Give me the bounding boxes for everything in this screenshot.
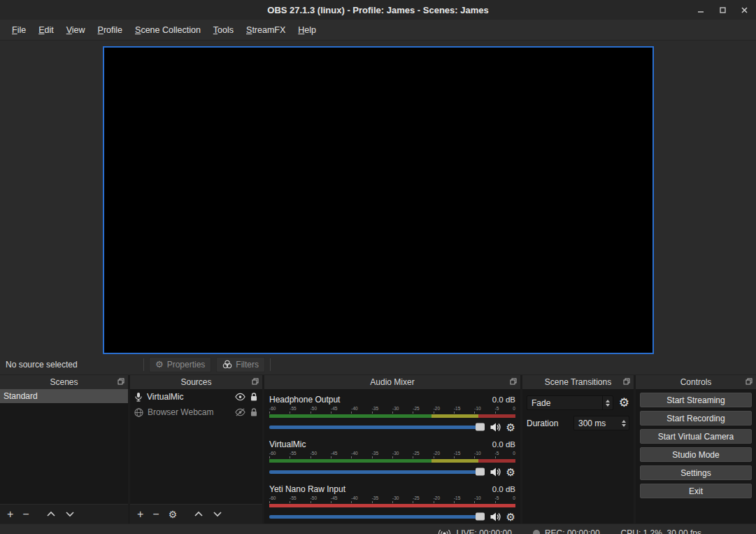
lock-icon[interactable] (250, 408, 258, 417)
audio-mixer-panel: Audio Mixer Headphone Output 0.0 dB -60-… (264, 375, 520, 524)
meter-tick-label: -20 (434, 495, 440, 501)
popout-icon[interactable] (510, 378, 517, 385)
meter-tick-label: -35 (372, 495, 378, 501)
meter-tick-label: 0 (513, 495, 515, 501)
toolbar-separator (143, 358, 144, 371)
settings-button[interactable]: Settings (640, 465, 752, 480)
meter-tick-label: -50 (311, 495, 317, 501)
move-scene-up-icon[interactable] (46, 511, 56, 517)
speaker-icon[interactable] (490, 422, 501, 433)
slider-handle[interactable] (476, 513, 485, 521)
meter-tickmarks (269, 412, 515, 414)
rec-status: REC: 00:00:00 (533, 528, 600, 534)
menu-item-profile[interactable]: Profile (92, 20, 129, 40)
channel-settings-icon[interactable]: ⚙ (506, 512, 515, 522)
channel-settings-icon[interactable]: ⚙ (506, 467, 515, 477)
meter-tickmarks (269, 456, 515, 458)
menu-item-streamfx[interactable]: StreamFX (240, 20, 292, 40)
menu-item-view[interactable]: View (60, 20, 92, 40)
preview-canvas[interactable] (103, 46, 654, 354)
dock-area: Scenes Standard + − Sou (0, 375, 756, 524)
minimize-icon[interactable] (696, 5, 706, 15)
speaker-icon[interactable] (490, 512, 501, 522)
mixer-channel-headphone-output: Headphone Output 0.0 dB -60-55-50-45-40-… (264, 389, 520, 434)
meter-tick-label: -5 (495, 450, 499, 456)
start-streaming-button[interactable]: Start Streaming (640, 393, 752, 407)
spinbox-arrows-icon[interactable] (619, 420, 629, 427)
combo-spinner-icon[interactable] (602, 396, 613, 409)
meter-tick-label: -50 (311, 405, 317, 412)
meter-tick-label: -40 (351, 450, 357, 456)
speaker-icon[interactable] (490, 467, 501, 477)
start-recording-button[interactable]: Start Recording (640, 411, 752, 426)
sources-toolbar: + − ⚙ (130, 504, 262, 524)
gear-icon: ⚙ (155, 360, 164, 369)
live-time: LIVE: 00:00:00 (456, 528, 511, 534)
remove-source-icon[interactable]: − (152, 509, 159, 520)
properties-button[interactable]: ⚙ Properties (149, 357, 211, 372)
volume-slider[interactable] (269, 426, 485, 429)
popout-icon[interactable] (117, 378, 124, 385)
meter-tick-label: -40 (351, 405, 357, 412)
slider-handle[interactable] (476, 468, 485, 476)
menu-item-file[interactable]: File (6, 20, 32, 40)
move-source-up-icon[interactable] (194, 511, 204, 517)
source-properties-icon[interactable]: ⚙ (169, 510, 178, 519)
add-source-icon[interactable]: + (137, 509, 143, 520)
meter-scale: -60-55-50-45-40-35-30-25-20-15-10-50 (269, 405, 515, 412)
popout-icon[interactable] (623, 378, 630, 385)
menu-item-tools[interactable]: Tools (207, 20, 240, 40)
channel-level: 0.0 dB (492, 395, 515, 404)
studio-mode-button[interactable]: Studio Mode (640, 447, 752, 462)
duration-spinbox[interactable]: 300 ms (573, 416, 629, 430)
slider-handle[interactable] (476, 423, 485, 431)
close-icon[interactable] (739, 5, 749, 15)
source-row-virtualmic[interactable]: VirtualMic (130, 389, 262, 405)
scenes-panel-title: Scenes (50, 377, 78, 387)
lock-icon[interactable] (250, 393, 258, 402)
volume-slider[interactable] (269, 470, 485, 474)
remove-scene-icon[interactable]: − (22, 509, 29, 520)
transition-settings-icon[interactable]: ⚙ (619, 397, 629, 409)
transition-select[interactable]: Fade (527, 395, 613, 410)
menu-item-edit[interactable]: Edit (32, 20, 60, 40)
window-buttons (696, 0, 749, 20)
rec-time: REC: 00:00:00 (545, 528, 600, 534)
meter-tick-label: -45 (331, 495, 337, 501)
popout-icon[interactable] (746, 378, 753, 385)
meter-scale: -60-55-50-45-40-35-30-25-20-15-10-50 (269, 495, 515, 501)
add-scene-icon[interactable]: + (7, 509, 13, 520)
menu-item-scene-collection[interactable]: Scene Collection (129, 20, 207, 40)
move-source-down-icon[interactable] (213, 511, 222, 517)
scene-item-standard[interactable]: Standard (0, 389, 128, 403)
filters-button[interactable]: Filters (216, 357, 265, 372)
scene-transitions-body: Fade ⚙ Duration 300 ms (522, 389, 634, 524)
popout-icon[interactable] (252, 378, 259, 385)
start-virtual-camera-button[interactable]: Start Virtual Camera (640, 429, 752, 444)
controls-body: Start Streaming Start Recording Start Vi… (636, 389, 756, 524)
source-row-browser-webcam[interactable]: Browser Webcam (130, 405, 262, 420)
channel-settings-icon[interactable]: ⚙ (506, 422, 515, 433)
obs-window: OBS 27.1.3 (linux) - Profile: James - Sc… (0, 0, 756, 534)
maximize-icon[interactable] (718, 5, 727, 15)
source-name: Browser Webcam (148, 407, 231, 417)
menu-item-help[interactable]: Help (292, 20, 322, 40)
exit-button[interactable]: Exit (640, 484, 752, 498)
meter-tick-label: -15 (454, 450, 460, 456)
transition-selected-value: Fade (527, 398, 602, 408)
meter-tick-label: -35 (372, 450, 378, 456)
sources-panel-header: Sources (130, 375, 262, 389)
audio-mixer-title: Audio Mixer (370, 377, 414, 387)
controls-panel-header: Controls (636, 375, 756, 389)
move-scene-down-icon[interactable] (65, 511, 75, 517)
status-bar: LIVE: 00:00:00 REC: 00:00:00 CPU: 1.2%, … (0, 524, 756, 534)
meter-tick-label: -10 (474, 495, 480, 501)
meter-scale: -60-55-50-45-40-35-30-25-20-15-10-50 (269, 450, 515, 456)
meter-tick-label: -25 (413, 405, 419, 412)
eye-icon[interactable] (235, 393, 245, 401)
sources-panel: Sources VirtualMic (130, 375, 262, 524)
volume-slider[interactable] (269, 515, 485, 519)
mixer-channel-yeti-nano: Yeti Nano Raw Input 0.0 dB -60-55-50-45-… (264, 479, 520, 524)
channel-name: VirtualMic (269, 440, 492, 449)
eye-slash-icon[interactable] (235, 408, 245, 416)
